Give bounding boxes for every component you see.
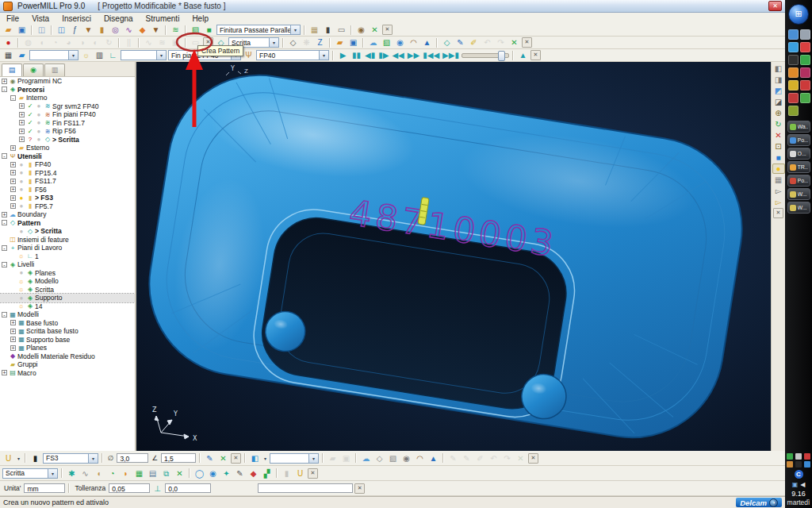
strategy-combo[interactable]: Finitura Passate Parallele▾ (216, 25, 301, 35)
play-button[interactable]: ▶ (337, 50, 349, 60)
pattern-table-icon[interactable]: ▤ (147, 468, 159, 479)
pattern-drag-icon[interactable]: ◗ (120, 468, 132, 479)
tree-expander[interactable]: + (19, 112, 25, 117)
tree-item[interactable]: ◫Insiemi di feature (0, 236, 135, 244)
stamp-icon[interactable]: ▲ (421, 37, 433, 48)
view-iso2-icon[interactable]: ◨ (772, 75, 785, 85)
app-shortcut-13[interactable] (788, 106, 799, 116)
tree-expander[interactable]: + (10, 320, 16, 325)
tree-tab-recycle[interactable]: ▥ (44, 64, 65, 76)
tree-item[interactable]: -▦Modelli (0, 310, 135, 319)
app-shortcut-11[interactable] (788, 93, 799, 103)
tree-item[interactable]: +●▮FP15.4 (0, 169, 135, 178)
sphere-icon[interactable]: ◉ (394, 37, 406, 48)
curve-cloud-icon[interactable]: ☁ (360, 453, 372, 464)
tree-item[interactable]: +●▮FS11.7 (0, 177, 135, 186)
tree-expander[interactable]: - (2, 262, 7, 267)
tree-item[interactable]: +✓●≋Fin piani FP40 (0, 110, 135, 119)
curve-stamp-icon[interactable]: ▲ (427, 453, 439, 464)
search-back-button[interactable]: ◀◀ (391, 50, 404, 60)
tree-item[interactable]: ▰Gruppi (0, 360, 135, 369)
close-units-toolbar-button[interactable]: ✕ (354, 483, 365, 494)
tray-icon-5[interactable] (795, 461, 802, 468)
strategy-hatch-icon[interactable]: ▧ (190, 25, 201, 35)
open-pattern-icon[interactable]: ▰ (334, 37, 346, 48)
offset-field[interactable]: 0,0 (165, 483, 211, 493)
print-icon[interactable]: ◫ (36, 25, 48, 35)
c-app-tray-icon[interactable]: C (795, 470, 803, 479)
active-tool-combo[interactable]: FS3▾ (43, 453, 98, 464)
tool-combo[interactable]: FP40▾ (256, 50, 329, 60)
dock-tile-3[interactable]: O... (787, 148, 810, 160)
pattern-arc-icon[interactable]: ◖ (93, 468, 105, 479)
boundary-cloud-icon[interactable]: ☁ (367, 37, 379, 48)
tree-expander[interactable]: + (10, 145, 16, 151)
tree-item[interactable]: ●◇> Scritta (0, 227, 135, 236)
points-icon[interactable]: ◆ (136, 25, 148, 35)
dock-tile-6[interactable]: W... (787, 188, 810, 200)
curve-sketch-icon[interactable]: ✎ (234, 468, 246, 479)
tray-icon-4[interactable] (787, 461, 793, 468)
cursor-select-icon[interactable]: ▻ (772, 186, 785, 196)
app-shortcut-3[interactable] (788, 42, 799, 52)
tree-expander[interactable]: - (10, 95, 16, 101)
pattern-copy-icon[interactable]: ⧉ (160, 468, 172, 479)
save-pattern-icon[interactable]: ▣ (347, 37, 359, 48)
pattern-auto-icon[interactable]: ✱ (66, 468, 78, 479)
tree-item[interactable]: ☼∟1 (0, 252, 135, 261)
view-iso1-icon[interactable]: ◧ (772, 64, 785, 74)
tree-tab-views[interactable]: ◉ (23, 64, 44, 76)
menu-item-strumenti[interactable]: Strumenti (140, 14, 186, 23)
tree-item[interactable]: ◆Modelli Materiale Residuo (0, 352, 135, 361)
model-combo[interactable]: ▾ (270, 453, 319, 464)
app-shortcut-6[interactable] (800, 55, 810, 65)
mdi-icon[interactable]: ▭ (335, 25, 347, 35)
strategy-combo-caret[interactable]: ▾ (290, 25, 300, 34)
tool-brush-icon[interactable]: Ψ (243, 50, 255, 60)
coordinate-field[interactable] (258, 483, 353, 493)
app-shortcut-2[interactable] (800, 29, 810, 40)
highlight-sphere-icon[interactable]: ● (772, 164, 785, 174)
tree-expander[interactable]: + (19, 103, 25, 109)
tree-expander[interactable]: + (10, 203, 16, 209)
zoom-full-icon[interactable]: ✕ (772, 130, 785, 140)
tray-icon-2[interactable] (795, 453, 802, 460)
strategy-type-icon[interactable]: ■ (203, 25, 215, 35)
tree-item[interactable]: +●▮FP40 (0, 160, 135, 169)
machine-position-icon[interactable]: ▥ (94, 50, 105, 60)
tray-icon-1[interactable] (787, 453, 793, 460)
menu-item-disegna[interactable]: Disegna (98, 14, 140, 23)
tree-expander[interactable]: + (10, 179, 16, 184)
tree-expander[interactable]: - (2, 87, 7, 92)
tree-expander[interactable]: + (10, 170, 16, 175)
tree-item[interactable]: -◈Livelli (0, 260, 135, 269)
nc-program-icon[interactable]: ▼ (82, 25, 94, 35)
tree-expander[interactable]: + (10, 187, 16, 192)
shaded-view-icon[interactable]: ■ (772, 152, 785, 163)
tolerance-field[interactable]: 0,05 (109, 483, 150, 493)
menu-item-vista[interactable]: Vista (25, 14, 56, 23)
close-pattern-toolbar-button[interactable]: ✕ (522, 37, 532, 48)
pattern-grid-icon[interactable]: ▦ (133, 468, 145, 479)
app-shortcut-9[interactable] (788, 80, 799, 90)
units-field[interactable]: mm (24, 483, 65, 493)
tray-icon-6[interactable] (804, 461, 810, 468)
app-shortcut-8[interactable] (800, 67, 810, 78)
tree-item[interactable]: +●▮> FS3 (0, 194, 135, 202)
calculator-icon[interactable]: ▦ (308, 25, 320, 35)
tool-shape-caret[interactable]: ▾ (16, 456, 21, 461)
menu-item-inserisci[interactable]: Inserisci (56, 14, 98, 23)
tree-expander[interactable]: - (2, 245, 7, 251)
close-curve-toolbar-button[interactable]: ✕ (528, 453, 538, 464)
tree-item[interactable]: +✓●≋Fin FS11.7 (0, 119, 135, 128)
delete-all-icon[interactable]: ✕ (369, 25, 381, 35)
draw-pen-icon[interactable]: ✎ (454, 37, 466, 48)
tip-radius-field[interactable]: 1,5 (161, 453, 196, 463)
curve-icon[interactable]: ∿ (123, 25, 135, 35)
tree-item[interactable]: +▦Planes (0, 344, 135, 352)
menu-item-file[interactable]: File (0, 14, 25, 23)
curve-sphere-icon[interactable]: ◉ (400, 453, 412, 464)
windows-start-orb[interactable]: ⊞ (788, 4, 809, 25)
search-forward-button[interactable]: ▶▶ (407, 50, 420, 60)
delete-entity-icon[interactable]: ▼ (150, 25, 162, 35)
